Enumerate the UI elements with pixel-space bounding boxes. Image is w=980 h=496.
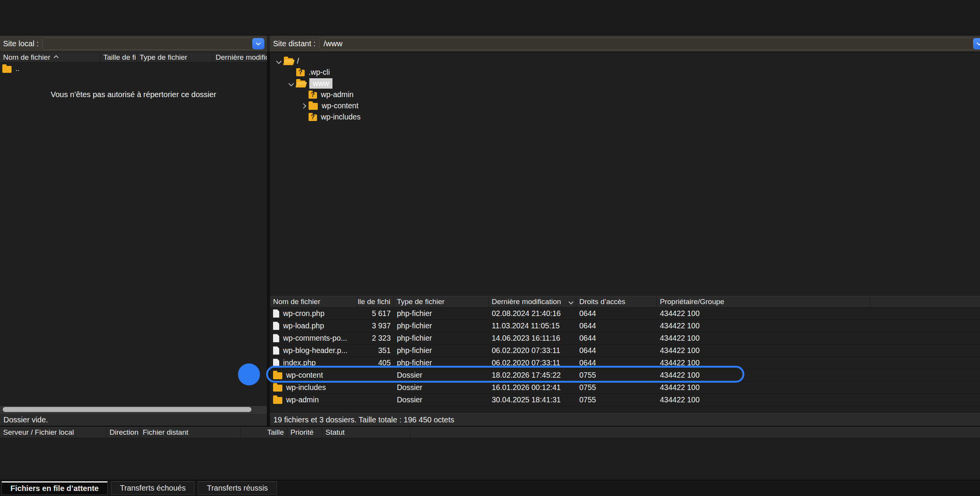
tree-item-wp-content[interactable]: wp-content [270, 100, 980, 111]
queue-list-empty[interactable] [0, 438, 980, 480]
table-row-wp-content-highlighted[interactable]: wp-content Dossier 18.02.2026 17:45:22 0… [270, 369, 980, 382]
parent-directory-row[interactable]: .. [0, 62, 267, 75]
file-name: wp-cron.php [283, 309, 324, 318]
chevron-down-icon[interactable] [288, 81, 294, 86]
file-size: 351 [358, 346, 394, 355]
horizontal-scrollbar[interactable] [0, 405, 267, 413]
table-row[interactable]: wp-includes Dossier 16.01.2026 00:12:41 … [270, 382, 980, 394]
file-size: 3 937 [358, 321, 394, 330]
file-icon [273, 334, 279, 342]
file-name: wp-comments-po... [283, 334, 347, 343]
table-row[interactable]: index.php 405 php-fichier 06.02.2020 07:… [270, 357, 980, 369]
remote-column-size[interactable]: Taille de fichi [358, 296, 394, 307]
file-modified: 06.02.2020 07:33:11 [489, 358, 576, 367]
tree-item-label: wp-content [322, 101, 358, 110]
file-permissions: 0644 [576, 321, 657, 330]
panel-splitter[interactable] [267, 52, 270, 426]
table-row[interactable]: wp-admin Dossier 30.04.2025 18:41:31 075… [270, 394, 980, 406]
tab-queued-files[interactable]: Fichiers en file d’attente [2, 481, 108, 495]
chevron-right-icon[interactable] [301, 103, 306, 108]
local-path-input[interactable] [42, 38, 265, 50]
file-permissions: 0755 [576, 383, 657, 392]
column-label: Propriétaire/Groupe [660, 298, 724, 306]
quick-path-bar: Site local : Site distant : /www [0, 35, 980, 52]
file-modified: 02.08.2024 21:40:16 [489, 309, 576, 318]
queue-column-server[interactable]: Serveur / Fichier local [0, 427, 106, 438]
column-label: Serveur / Fichier local [3, 428, 74, 437]
file-size: 405 [358, 358, 394, 367]
local-file-list[interactable]: .. Vous n’êtes pas autorisé à répertorie… [0, 62, 267, 405]
remote-column-empty [870, 296, 980, 307]
local-path-label: Site local : [3, 39, 39, 48]
tree-item-www[interactable]: www [270, 78, 980, 89]
local-column-name[interactable]: Nom de fichier [0, 53, 100, 62]
local-column-type[interactable]: Type de fichier [137, 53, 213, 62]
queue-column-size[interactable]: Taille [241, 427, 287, 438]
tab-successful-transfers[interactable]: Transferts réussis [198, 481, 277, 495]
remote-path-input[interactable]: /www [319, 38, 980, 50]
folder-unknown-icon [296, 70, 305, 76]
chevron-down-icon [256, 40, 261, 45]
chevron-down-icon[interactable] [276, 58, 282, 64]
queue-tabs-bar: Fichiers en file d’attente Transferts éc… [0, 480, 980, 496]
file-permissions: 0644 [576, 334, 657, 343]
file-owner: 434422 100 [657, 371, 870, 380]
tree-item-label-selected: www [309, 78, 332, 89]
remote-column-type[interactable]: Type de fichier [394, 296, 489, 307]
tree-item-root[interactable]: / [270, 55, 980, 67]
local-path-dropdown-button[interactable] [252, 38, 264, 49]
column-label: Dernière modification [492, 298, 561, 306]
tree-item-wp-admin[interactable]: wp-admin [270, 89, 980, 100]
column-label: Nom de fichier [273, 298, 320, 306]
chevron-down-icon [977, 40, 980, 45]
local-column-size[interactable]: Taille de fichie [100, 53, 137, 62]
file-name: wp-includes [286, 383, 326, 392]
remote-status-text: 19 fichiers et 3 dossiers. Taille totale… [273, 415, 454, 424]
remote-status-bar: 19 fichiers et 3 dossiers. Taille totale… [270, 413, 980, 426]
folder-icon [273, 372, 282, 379]
folder-unknown-icon [309, 92, 317, 99]
file-type: php-fichier [394, 309, 489, 318]
column-label: Taille de fichi [358, 298, 390, 306]
file-name: wp-content [286, 371, 323, 380]
remote-path-section: Site distant : /www [270, 35, 980, 52]
tab-failed-transfers[interactable]: Transferts échoués [111, 481, 194, 495]
remote-path-label: Site distant : [273, 39, 315, 48]
main-area: Nom de fichier Taille de fichie Type de … [0, 52, 980, 426]
file-modified: 11.03.2024 11:05:15 [489, 321, 576, 330]
queue-column-status[interactable]: Statut [322, 427, 410, 438]
table-row[interactable]: wp-blog-header.p... 351 php-fichier 06.0… [270, 345, 980, 357]
table-row[interactable]: wp-comments-po... 2 323 php-fichier 14.0… [270, 332, 980, 345]
remote-column-modified[interactable]: Dernière modification [489, 296, 576, 307]
column-label: Direction [110, 428, 138, 437]
tree-item-wp-cli[interactable]: .wp-cli [270, 67, 980, 78]
remote-column-owner[interactable]: Propriétaire/Groupe [657, 296, 870, 307]
local-column-modified[interactable]: Dernière modific [213, 53, 267, 62]
file-name: index.php [283, 358, 316, 367]
column-label: Type de fichier [397, 298, 445, 306]
file-type: php-fichier [394, 346, 489, 355]
remote-file-list[interactable]: wp-cron.php 5 617 php-fichier 02.08.2024… [270, 308, 980, 406]
file-modified: 16.01.2026 00:12:41 [489, 383, 576, 392]
table-row[interactable]: wp-cron.php 5 617 php-fichier 02.08.2024… [270, 308, 980, 320]
access-denied-message: Vous n’êtes pas autorisé à répertorier c… [0, 90, 267, 99]
remote-path-dropdown-button[interactable] [973, 38, 980, 49]
file-type: Dossier [394, 371, 489, 380]
tree-item-wp-includes[interactable]: wp-includes [270, 111, 980, 123]
remote-directory-tree[interactable]: / .wp-cli www wp-admin wp-content [270, 52, 980, 296]
remote-column-permissions[interactable]: Droits d’accès [576, 296, 657, 307]
folder-icon [273, 385, 282, 392]
queue-column-direction[interactable]: Direction [106, 427, 140, 438]
file-icon [273, 359, 279, 367]
file-owner: 434422 100 [657, 346, 870, 355]
file-name: wp-blog-header.p... [283, 346, 347, 355]
file-permissions: 0644 [576, 346, 657, 355]
scrollbar-thumb[interactable] [3, 407, 251, 412]
file-type: php-fichier [394, 321, 489, 330]
queue-column-priority[interactable]: Priorité [287, 427, 322, 438]
queue-column-remote-file[interactable]: Fichier distant [140, 427, 241, 438]
folder-open-icon [296, 81, 305, 87]
table-row[interactable]: wp-load.php 3 937 php-fichier 11.03.2024… [270, 320, 980, 332]
remote-column-name[interactable]: Nom de fichier [270, 296, 358, 307]
column-label: Priorité [290, 428, 314, 437]
